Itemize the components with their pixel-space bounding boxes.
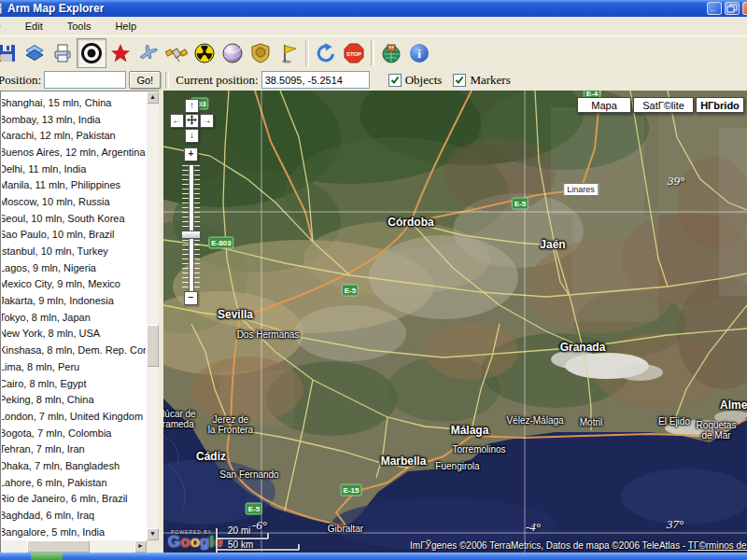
list-item[interactable]: Bangalore, 5 mln, India <box>2 524 146 539</box>
list-item[interactable]: Tehran, 7 mln, Iran <box>2 441 146 457</box>
star-button[interactable] <box>106 39 134 67</box>
list-item[interactable]: Dhaka, 7 mln, Bangladesh <box>2 457 146 474</box>
menu-item-file[interactable]: File <box>0 18 13 35</box>
pan-up-button[interactable]: ↑ <box>185 99 199 113</box>
vertical-scrollbar[interactable]: ▲ ▼ <box>147 91 159 540</box>
open-button[interactable] <box>21 39 49 67</box>
list-item[interactable]: Mexico City, 9 mln, Mexico <box>2 276 146 293</box>
list-item[interactable]: Rio de Janeiro, 6 mln, Brazil <box>2 491 146 508</box>
markers-label: Markers <box>470 73 510 88</box>
list-item[interactable]: Bogota, 7 mln, Colombia <box>2 425 146 441</box>
record-position-button[interactable] <box>77 38 106 68</box>
map-type-button-satг©lite[interactable]: SatГ©lite <box>633 97 694 113</box>
map-city-label: Dos Hermanas <box>237 329 300 340</box>
list-item[interactable]: Bombay, 13 mln, India <box>2 111 146 128</box>
horizontal-scroll-thumb[interactable] <box>27 540 90 553</box>
scroll-up-button[interactable]: ▲ <box>147 91 159 104</box>
title-bar[interactable]: Arm Map Explorer _ x <box>0 0 747 17</box>
pan-center-button[interactable] <box>185 114 199 128</box>
close-button[interactable]: x <box>742 2 747 15</box>
save-button[interactable] <box>0 39 21 67</box>
zoom-slider-track[interactable] <box>189 164 194 292</box>
terms-link[interactable]: TГ©rminos de u <box>688 540 747 551</box>
list-item[interactable]: Karachi, 12 mln, Pakistan <box>2 127 146 144</box>
satellite-icon <box>165 42 188 64</box>
menu-item-edit[interactable]: Edit <box>13 18 55 35</box>
print-icon <box>51 42 74 64</box>
print-button[interactable] <box>49 39 77 67</box>
list-item[interactable]: Tokyo, 8 mln, Japan <box>2 309 146 326</box>
menu-item-help[interactable]: Help <box>103 18 148 35</box>
horizontal-scrollbar[interactable]: ► <box>1 540 147 553</box>
list-item[interactable]: Buenos Aires, 12 mln, Argentina <box>2 144 146 161</box>
scrollbar-corner <box>147 540 159 553</box>
app-window: { "window": { "title": "Arm Map Explorer… <box>0 0 747 560</box>
radiation-icon <box>193 42 216 64</box>
pan-left-button[interactable]: ← <box>170 114 184 128</box>
scroll-down-button[interactable]: ▼ <box>147 528 159 540</box>
zoom-in-button[interactable]: + <box>184 147 198 161</box>
markers-checkbox[interactable] <box>453 74 466 87</box>
pan-right-button[interactable]: → <box>200 114 214 128</box>
list-item[interactable]: Lahore, 6 mln, Pakistan <box>2 474 146 491</box>
scale-km-label: 50 km <box>228 539 253 550</box>
minimize-button[interactable]: _ <box>707 2 722 15</box>
info-button[interactable]: i <box>405 39 433 67</box>
map-city-label: Almería <box>720 400 747 411</box>
sphere-button[interactable] <box>218 39 247 67</box>
list-item[interactable]: Manila, 11 mln, Philippines <box>2 176 146 193</box>
current-position-input[interactable] <box>261 71 370 89</box>
map-viewport[interactable]: ↑ ← → ↓ + − POWERED BY Google 20 mi 50 k… <box>163 91 747 553</box>
list-item[interactable]: Lima, 8 mln, Peru <box>2 358 146 375</box>
menu-item-tools[interactable]: Tools <box>55 18 104 35</box>
map-type-button-hгbrido[interactable]: HГbrido <box>696 97 744 113</box>
star-icon <box>109 42 132 64</box>
map-city-label: Granada <box>560 343 606 353</box>
list-item[interactable]: London, 7 mln, United Kingdom <box>2 408 146 425</box>
list-item[interactable]: Shanghai, 15 mln, China <box>2 94 146 111</box>
check-icon <box>455 76 464 85</box>
zoom-out-button[interactable]: − <box>184 291 198 305</box>
list-item[interactable]: Delhi, 11 mln, India <box>2 161 146 177</box>
four-way-arrow-icon <box>187 115 197 125</box>
map-city-label: Gibraltar <box>328 524 363 534</box>
objects-checkbox-group[interactable]: Objects <box>388 73 443 88</box>
toolbar: STOP i <box>0 35 747 70</box>
road-badge: E-15 <box>341 484 362 497</box>
city-list-items: Shanghai, 15 mln, ChinaBombay, 13 mln, I… <box>2 94 146 539</box>
google-logo-letter: g <box>200 533 209 551</box>
record-icon <box>80 42 103 64</box>
scroll-right-button[interactable]: ► <box>134 540 147 553</box>
map-city-label: Sanlúcar de Barrameda <box>163 409 196 429</box>
vertical-scroll-thumb[interactable] <box>147 325 159 367</box>
pan-down-button[interactable]: ↓ <box>185 129 199 143</box>
globe-button[interactable] <box>377 39 405 67</box>
list-item[interactable]: Lagos, 9 mln, Nigeria <box>2 259 146 276</box>
graticule-label: -4° <box>526 520 541 535</box>
satellite-button[interactable] <box>162 39 190 67</box>
radiation-button[interactable] <box>190 39 218 67</box>
list-item[interactable]: Moscow, 10 mln, Russia <box>2 193 146 210</box>
flag-button[interactable] <box>275 39 303 67</box>
markers-checkbox-group[interactable]: Markers <box>453 73 510 88</box>
badge-button[interactable] <box>247 39 275 67</box>
list-item[interactable]: Istanbul, 10 mln, Turkey <box>2 243 146 259</box>
list-item[interactable]: New York, 8 mln, USA <box>2 326 146 343</box>
list-item[interactable]: Seoul, 10 mln, South Korea <box>2 210 146 227</box>
map-type-button-mapa[interactable]: Mapa <box>577 97 631 113</box>
stop-button[interactable]: STOP <box>340 39 368 67</box>
refresh-icon <box>315 42 337 64</box>
list-item[interactable]: Peking, 8 mln, China <box>2 391 146 408</box>
objects-checkbox[interactable] <box>388 74 402 87</box>
list-item[interactable]: Kinshasa, 8 mln, Dem. Rep. Congo <box>2 342 146 358</box>
list-item[interactable]: Cairo, 8 mln, Egypt <box>2 375 146 392</box>
list-item[interactable]: Sao Paulo, 10 mln, Brazil <box>2 227 146 244</box>
zoom-slider-handle[interactable] <box>181 231 201 239</box>
list-item[interactable]: Jakarta, 9 mln, Indonesia <box>2 292 146 309</box>
airplane-button[interactable] <box>134 39 162 67</box>
list-item[interactable]: Baghdad, 6 mln, Iraq <box>2 507 146 524</box>
go-button[interactable]: Go! <box>129 71 161 89</box>
restore-button[interactable] <box>725 2 740 15</box>
refresh-button[interactable] <box>312 39 340 67</box>
position-input[interactable] <box>44 71 126 89</box>
